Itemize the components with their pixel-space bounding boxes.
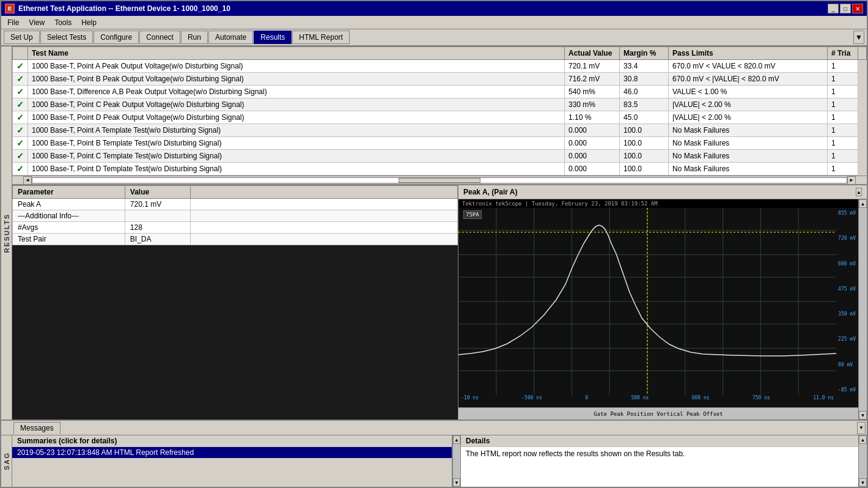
param-value-3: BI_DA	[125, 234, 190, 245]
results-row-5[interactable]: ✓ 1000 Base-T, Point A Template Test(w/o…	[13, 124, 867, 137]
tab-automate[interactable]: Automate	[208, 31, 253, 44]
details-scroll-down[interactable]: ▼	[859, 478, 867, 487]
scroll-right-btn[interactable]: ►	[847, 176, 856, 185]
actual-cell-6: 0.000	[565, 137, 620, 150]
details-text: The HTML report now reflects the results…	[466, 449, 685, 458]
col-header-margin[interactable]: Margin %	[620, 47, 669, 60]
details-scroll-track[interactable]	[859, 444, 867, 478]
param-extra-3	[191, 234, 458, 245]
graph-vscrollbar[interactable]: ▲ ▼	[858, 199, 867, 420]
scope-y-axis: 855 mV 720 mV 600 mV 475 mV 350 mV 225 m…	[837, 208, 857, 395]
messages-dropdown[interactable]: ▼	[857, 422, 866, 434]
param-extra-1	[191, 210, 458, 222]
y-label-1: 720 mV	[838, 235, 856, 241]
param-name-2: #Avgs	[13, 222, 125, 234]
tab-html-report[interactable]: HTML Report	[292, 31, 350, 44]
col-header-name[interactable]: Test Name	[28, 47, 565, 60]
messages-list-scrollbar[interactable]: ▲ ▼	[452, 435, 461, 487]
graph-vscroll-up-btn[interactable]: ▲	[859, 199, 867, 208]
sag-label-text: SAG	[3, 452, 10, 470]
x-label-4: 600 ns	[692, 395, 710, 406]
col-header-limits[interactable]: Pass Limits	[669, 47, 828, 60]
results-table-section: Test Name Actual Value Margin % Pass Lim…	[12, 46, 867, 185]
results-row-3[interactable]: ✓ 1000 Base-T, Point C Peak Output Volta…	[13, 98, 867, 111]
close-button[interactable]: ✕	[852, 4, 863, 13]
y-label-2: 600 mV	[838, 261, 856, 267]
menu-file[interactable]: File	[4, 17, 23, 28]
graph-vscroll-track[interactable]	[859, 208, 867, 411]
results-row-7[interactable]: ✓ 1000 Base-T, Point C Template Test(w/o…	[13, 150, 867, 163]
extra-col-header	[191, 186, 458, 199]
hscroll-thumb[interactable]	[399, 178, 480, 183]
graph-area[interactable]: Tektronix tekScope | Tuesday, February 2…	[458, 199, 858, 420]
table-hscrollbar[interactable]: ◄ ►	[12, 176, 867, 184]
col-header-actual[interactable]: Actual Value	[565, 47, 620, 60]
check-cell-1: ✓	[13, 73, 28, 86]
scroll-left-btn[interactable]: ◄	[23, 176, 32, 185]
menu-help[interactable]: Help	[78, 17, 100, 28]
message-item-0[interactable]: 2019-05-23 12:07:13:848 AM HTML Report R…	[12, 447, 452, 458]
messages-tab[interactable]: Messages	[13, 422, 61, 434]
results-row-0[interactable]: ✓ 1000 Base-T, Point A Peak Output Volta…	[13, 60, 867, 73]
results-row-2[interactable]: ✓ 1000 Base-T, Difference A,B Peak Outpu…	[13, 86, 867, 98]
trials-cell-8: 1	[828, 163, 858, 176]
x-label-0: -10 ns	[461, 395, 479, 406]
menu-view[interactable]: View	[25, 17, 48, 28]
tab-results[interactable]: Results	[254, 31, 292, 44]
limits-cell-3: |VALUE| < 2.00 %	[669, 98, 828, 111]
trials-cell-2: 1	[828, 86, 858, 98]
tab-select-tests[interactable]: Select Tests	[40, 31, 93, 44]
param-col-header: Parameter	[13, 186, 125, 199]
margin-cell-2: 46.0	[620, 86, 669, 98]
graph-scroll-up[interactable]: ▲	[856, 188, 862, 196]
name-cell-1: 1000 Base-T, Point B Peak Output Voltage…	[28, 73, 565, 86]
results-row-1[interactable]: ✓ 1000 Base-T, Point B Peak Output Volta…	[13, 73, 867, 86]
results-label-text: RESULTS	[3, 213, 10, 253]
tab-connect[interactable]: Connect	[139, 31, 180, 44]
results-side-label: RESULTS	[1, 46, 12, 420]
messages-tab-bar: Messages ▼	[1, 421, 867, 435]
name-cell-7: 1000 Base-T, Point C Template Test(w/o D…	[28, 150, 565, 163]
check-cell-2: ✓	[13, 86, 28, 98]
menu-tools[interactable]: Tools	[51, 17, 75, 28]
col-header-trials[interactable]: # Tria	[828, 47, 858, 60]
table-wrapper[interactable]: Test Name Actual Value Margin % Pass Lim…	[12, 46, 867, 176]
tab-setup[interactable]: Set Up	[4, 31, 40, 44]
limits-cell-4: |VALUE| < 2.00 %	[669, 111, 828, 124]
param-value-1	[125, 210, 190, 222]
graph-vscroll-down-btn[interactable]: ▼	[859, 411, 867, 420]
msg-scroll-up[interactable]: ▲	[453, 435, 460, 444]
toolbar-dropdown[interactable]: ▼	[853, 31, 864, 44]
msg-scroll-track[interactable]	[453, 444, 460, 478]
y-label-6: 80 mV	[838, 362, 856, 368]
tab-configure[interactable]: Configure	[94, 31, 139, 44]
margin-cell-3: 83.5	[620, 98, 669, 111]
maximize-button[interactable]: □	[840, 4, 851, 13]
name-cell-4: 1000 Base-T, Point D Peak Output Voltage…	[28, 111, 565, 124]
x-label-6: 11.0 ns	[813, 395, 834, 406]
messages-list[interactable]: 2019-05-23 12:07:13:848 AM HTML Report R…	[12, 447, 452, 487]
results-row-8[interactable]: ✓ 1000 Base-T, Point D Template Test(w/o…	[13, 163, 867, 176]
trials-cell-4: 1	[828, 111, 858, 124]
check-cell-7: ✓	[13, 150, 28, 163]
details-scrollbar[interactable]: ▲ ▼	[858, 435, 867, 487]
msg-scroll-down[interactable]: ▼	[453, 478, 460, 487]
hscroll-track[interactable]	[32, 177, 847, 183]
param-extra-2	[191, 222, 458, 234]
y-label-4: 350 mV	[838, 311, 856, 317]
details-scroll-up[interactable]: ▲	[859, 435, 867, 444]
margin-cell-5: 100.0	[620, 124, 669, 137]
results-row-4[interactable]: ✓ 1000 Base-T, Point D Peak Output Volta…	[13, 111, 867, 124]
check-cell-8: ✓	[13, 163, 28, 176]
param-empty-area	[12, 245, 458, 420]
check-cell-4: ✓	[13, 111, 28, 124]
minimize-button[interactable]: _	[828, 4, 839, 13]
margin-cell-8: 100.0	[620, 163, 669, 176]
limits-cell-2: VALUE < 1.00 %	[669, 86, 828, 98]
results-row-6[interactable]: ✓ 1000 Base-T, Point B Template Test(w/o…	[13, 137, 867, 150]
cursor-label: 75PA	[463, 210, 482, 219]
messages-left-panel: Summaries (click for details) 2019-05-23…	[12, 435, 452, 487]
title-controls: _ □ ✕	[828, 4, 863, 13]
tab-run[interactable]: Run	[181, 31, 208, 44]
limits-cell-8: No Mask Failures	[669, 163, 828, 176]
